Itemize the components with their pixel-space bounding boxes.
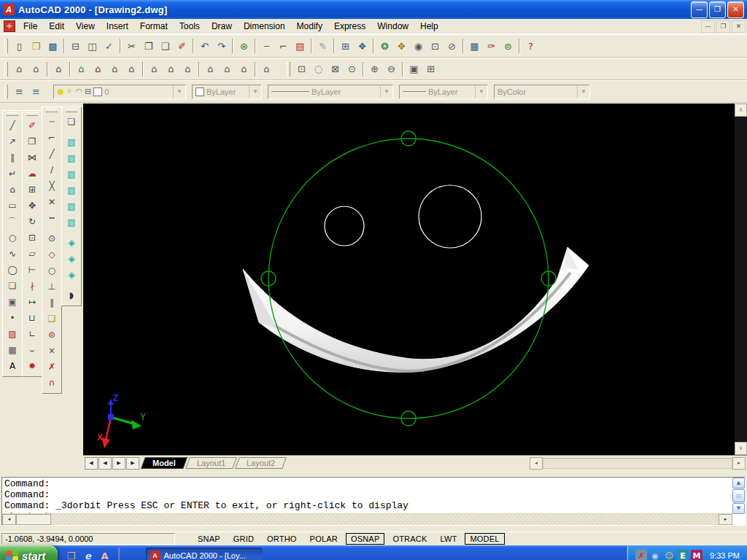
menu-express[interactable]: Express	[328, 20, 371, 33]
save-button[interactable]: ▩	[44, 38, 61, 55]
dropdown-arrow-icon[interactable]	[249, 85, 261, 98]
multiline-text-button[interactable]: A	[4, 358, 20, 374]
command-scroll-left-button[interactable]	[2, 514, 16, 525]
arc-button[interactable]: ⌒	[4, 214, 20, 230]
copy-button[interactable]: ❐	[140, 38, 157, 55]
erase-button[interactable]: ✐	[24, 117, 40, 133]
command-horizontal-track[interactable]	[51, 514, 719, 525]
region-button[interactable]: ▦	[4, 342, 20, 358]
object-ucs-button[interactable]: ⌂	[73, 61, 90, 77]
previous-tab-button[interactable]: ◀	[98, 457, 112, 470]
command-scroll-up-button[interactable]	[732, 478, 745, 489]
menu-tools[interactable]: Tools	[174, 20, 206, 33]
z-axis-vector-ucs-button[interactable]: ⌂	[146, 61, 163, 77]
internet-explorer-button[interactable]: e	[82, 549, 95, 560]
zoom-out-button[interactable]: ⊖	[383, 61, 400, 77]
rectangle-button[interactable]: ▭	[4, 198, 20, 214]
snap-to-midpoint-button[interactable]: ∕	[44, 162, 60, 178]
ellipse-button[interactable]: ◯	[4, 262, 20, 278]
dish-surface-button[interactable]: ▧	[63, 214, 80, 230]
first-tab-button[interactable]: ◀	[85, 457, 98, 470]
command-horizontal-scrollbar[interactable]	[2, 513, 732, 525]
tab-model[interactable]: Model	[141, 457, 187, 469]
cone-surface-button[interactable]: ▧	[63, 182, 80, 198]
zoom-previous-button[interactable]: ⊘	[444, 38, 460, 55]
document-close-button[interactable]: ✕	[732, 20, 746, 33]
spline-button[interactable]: ∿	[4, 246, 20, 262]
osnap-settings-button[interactable]: ∩	[44, 375, 60, 391]
volume-icon[interactable]: ◉	[649, 550, 661, 560]
snap-to-quadrant-button[interactable]: ◇	[44, 246, 60, 262]
box-surface-button[interactable]: ▧	[63, 134, 80, 150]
layer-control-dropdown[interactable]: ●☀◠⊟ 0	[53, 85, 186, 99]
scroll-down-button[interactable]	[735, 442, 747, 455]
dropdown-arrow-icon[interactable]	[173, 85, 185, 98]
face-ucs-button[interactable]: ⌂	[90, 61, 107, 77]
sphere-surface-button[interactable]: ◈	[63, 235, 80, 251]
array-button[interactable]: ⊞	[24, 182, 40, 198]
view-ucs-button[interactable]: ⌂	[107, 61, 123, 77]
mirror-button[interactable]: ⋈	[24, 149, 40, 166]
linetype-control-dropdown[interactable]: ByLayer	[268, 85, 393, 99]
y-axis-rotate-ucs-button[interactable]: ⌂	[219, 61, 236, 77]
lineweight-control-dropdown[interactable]: ByLayer	[399, 85, 488, 99]
offset-button[interactable]: ☁	[24, 166, 40, 182]
properties-button[interactable]: ✑	[483, 38, 500, 55]
stretch-button[interactable]: ▱	[24, 246, 40, 262]
zoom-in-button[interactable]: ⊕	[366, 61, 383, 77]
snap-from-button[interactable]: ⌐	[275, 38, 292, 55]
scroll-right-button[interactable]	[732, 457, 746, 470]
toggle-model[interactable]: MODEL	[465, 533, 504, 545]
zoom-scale-button[interactable]: ⊠	[327, 61, 344, 77]
toggle-polar[interactable]: POLAR	[305, 533, 343, 545]
distance-button[interactable]: ▤	[292, 38, 309, 55]
lengthen-button[interactable]: ⊢	[24, 262, 40, 278]
redo-button[interactable]: ↷	[213, 38, 230, 55]
dropdown-arrow-icon[interactable]	[577, 85, 589, 98]
temporary-track-point-button[interactable]: ┄	[258, 38, 275, 55]
insert-block-button[interactable]: ❏	[4, 278, 20, 294]
toggle-ortho[interactable]: ORTHO	[262, 533, 302, 545]
drawing-document-icon[interactable]: ✛	[4, 20, 15, 32]
print-preview-button[interactable]: ◫	[84, 38, 101, 55]
autocad-task-button[interactable]: A AutoCAD 2000 - [Loy...	[146, 548, 263, 560]
break-button[interactable]: ⊔	[24, 310, 40, 326]
snap-to-none-button[interactable]: ✗	[44, 359, 60, 375]
close-button[interactable]: ✕	[727, 1, 744, 18]
snap-to-parallel-button[interactable]: ∥	[44, 295, 60, 311]
menu-dimension[interactable]: Dimension	[238, 20, 291, 33]
toolbar-grip[interactable]	[287, 62, 290, 77]
plotstyle-control-dropdown[interactable]: ByColor	[494, 85, 590, 99]
multiline-button[interactable]: ∥	[4, 149, 20, 166]
snap-to-center-button[interactable]: ⊙	[44, 230, 60, 246]
3d-objects-button[interactable]: ❑	[63, 114, 80, 130]
scroll-up-button[interactable]	[735, 104, 747, 117]
redraw-button[interactable]: ✎	[314, 38, 331, 55]
toolbar-grip[interactable]	[4, 39, 8, 53]
ucs-button[interactable]: ⌂	[11, 61, 28, 77]
scale-button[interactable]: ⊡	[24, 230, 40, 246]
match-properties-button[interactable]: ✐	[174, 38, 190, 55]
drawing-canvas[interactable]: Z Y X	[83, 104, 735, 455]
start-button[interactable]: start	[0, 545, 58, 560]
menu-modify[interactable]: Modify	[291, 20, 328, 33]
menu-insert[interactable]: Insert	[101, 20, 134, 33]
toolbar-grip[interactable]	[4, 62, 8, 77]
menu-edit[interactable]: Edit	[43, 20, 70, 33]
drawing-vertical-scrollbar[interactable]	[735, 104, 747, 455]
make-object-layer-current-button[interactable]: ≡	[11, 83, 28, 100]
fillet-button[interactable]: ⌣	[24, 342, 40, 358]
ucs-previous-button[interactable]: ⌂	[50, 61, 67, 77]
z-axis-rotate-ucs-button[interactable]: ⌂	[236, 61, 252, 77]
snap-to-endpoint-button[interactable]: ╱	[44, 146, 60, 162]
apply-ucs-button[interactable]: ⌂	[258, 61, 275, 77]
explode-button[interactable]: ✸	[24, 358, 40, 374]
layers-button[interactable]: ≡	[28, 83, 44, 100]
cut-button[interactable]: ✂	[123, 38, 140, 55]
layer-lock-icon[interactable]: ◠	[75, 88, 82, 96]
command-vertical-scrollbar[interactable]	[732, 478, 745, 514]
autocad-launcher-button[interactable]: A	[98, 549, 112, 560]
open-button[interactable]: ❒	[28, 38, 44, 55]
toggle-otrack[interactable]: OTRACK	[387, 533, 432, 545]
circle-button[interactable]: ○	[4, 230, 20, 246]
